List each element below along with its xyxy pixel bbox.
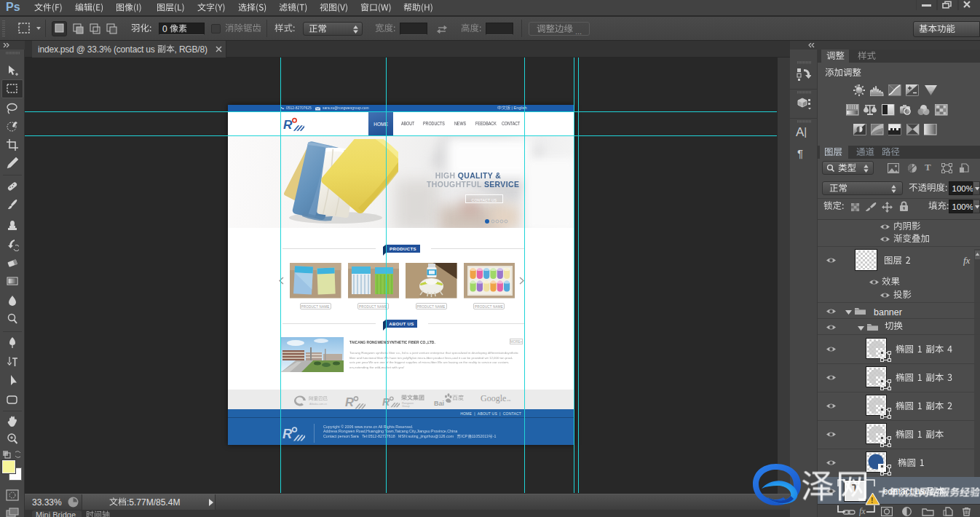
svg-text:R: R: [282, 427, 293, 441]
svg-text:!: !: [871, 496, 874, 505]
svg-text:R: R: [345, 395, 354, 409]
svg-text:R: R: [283, 118, 293, 132]
